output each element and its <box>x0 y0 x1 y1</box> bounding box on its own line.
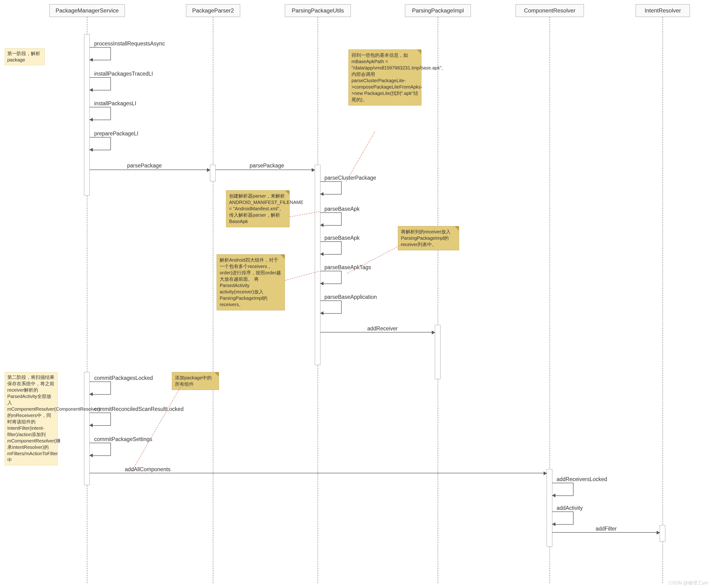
activation-bar <box>547 469 552 547</box>
note-components: 解析Android四大组件，对于一个包有多个receivers，order)进行… <box>217 254 285 310</box>
lifeline <box>213 17 213 583</box>
message-arrow <box>90 473 547 473</box>
selfcall <box>90 47 111 60</box>
note-connector <box>346 131 375 182</box>
selfcall <box>90 443 111 456</box>
selfcall-label: parseBaseApplication <box>324 294 377 300</box>
activation-bar <box>210 165 216 181</box>
selfcall-label: parseBaseApk <box>324 235 360 241</box>
message-label: addReceiver <box>367 326 397 332</box>
selfcall <box>90 77 111 90</box>
selfcall <box>90 381 111 395</box>
selfcall-label: parseClusterPackage <box>324 175 376 181</box>
message-label: addFilter <box>596 526 617 532</box>
activation-bar <box>84 34 90 195</box>
selfcall <box>320 212 342 226</box>
activation-bar <box>435 325 440 379</box>
selfcall-label: preparePackageLI <box>94 130 138 137</box>
participant-parsingpackageutils: ParsingPackageUtils <box>285 4 351 17</box>
message-label: parsePackage <box>127 163 162 169</box>
selfcall <box>90 413 111 426</box>
participant-intentresolver: IntentResolver <box>635 4 690 17</box>
selfcall <box>90 137 111 150</box>
lifeline <box>663 17 663 583</box>
selfcall <box>320 181 342 194</box>
activation-bar <box>315 165 320 365</box>
message-label: parsePackage <box>250 163 284 169</box>
watermark: CSDN @修理工yin <box>669 580 708 586</box>
selfcall-label: installPackagesLI <box>94 100 136 107</box>
selfcall-label: commitPackageSettings <box>94 436 152 442</box>
participant-componentresolver: ComponentResolver <box>516 4 584 17</box>
selfcall <box>320 241 342 255</box>
note-addall: 添加package中的所有组件 <box>172 372 219 390</box>
phase1-note: 第一阶段，解析package <box>5 48 45 65</box>
selfcall <box>320 300 342 314</box>
selfcall-label: parseBaseApk <box>324 206 360 212</box>
selfcall <box>552 483 574 496</box>
note-parser: 创建解析器parser，来解析ANDROID_MANIFEST_FILENAME… <box>226 190 289 227</box>
selfcall-label: processInstallRequestsAsync <box>94 41 165 47</box>
message-label: addAllComponents <box>125 466 170 472</box>
note-cluster: 得到一些包的基本信息，如mBaseApkPath = "/data/app/vm… <box>348 49 422 105</box>
note-receiver: 将解析到的receiver放入ParsingPackageImpl的receiv… <box>398 226 459 250</box>
selfcall-label: addActivity <box>557 505 583 511</box>
selfcall-label: parseBaseApkTags <box>324 264 371 271</box>
sequence-diagram: PackageManagerService PackageParser2 Par… <box>0 0 711 588</box>
selfcall-label: addReceiversLocked <box>557 476 607 483</box>
note-connector <box>347 243 404 274</box>
activation-bar <box>660 525 665 542</box>
activation-bar <box>84 372 90 485</box>
participant-packagemanagerservice: PackageManagerService <box>49 4 125 17</box>
note-connector <box>132 385 181 471</box>
lifeline <box>438 17 438 583</box>
selfcall-label: commitReconciledScanResultLocked <box>94 406 184 412</box>
message-arrow <box>320 332 435 333</box>
selfcall-label: commitPackagesLocked <box>94 375 153 381</box>
message-arrow <box>552 532 660 533</box>
selfcall <box>90 107 111 120</box>
participant-parsingpackageimpl: ParsingPackageImpl <box>405 4 471 17</box>
selfcall-label: installPackagesTracedLI <box>94 71 153 77</box>
selfcall <box>320 271 342 284</box>
participant-packageparser2: PackageParser2 <box>186 4 240 17</box>
note-connector <box>285 271 319 281</box>
message-arrow <box>90 170 210 170</box>
selfcall <box>552 511 574 525</box>
phase2-note: 第二阶段，将扫描结果保存在系统中，将之前receiver解析的ParsedAct… <box>5 372 58 465</box>
message-arrow <box>216 170 315 170</box>
